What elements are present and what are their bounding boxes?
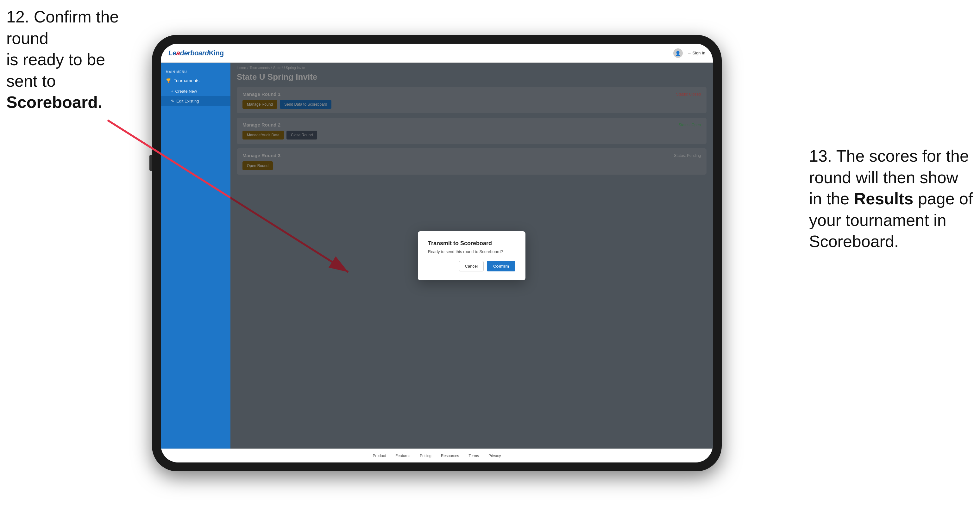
modal-cancel-button[interactable]: Cancel bbox=[459, 261, 484, 271]
annotation-bold: Scoreboard. bbox=[6, 93, 102, 111]
logo-area: LeaderboardKing bbox=[169, 49, 224, 57]
app-container: LeaderboardKing 👤 → Sign In MAIN MENU 🏆 … bbox=[161, 44, 713, 462]
tablet-device: LeaderboardKing 👤 → Sign In MAIN MENU 🏆 … bbox=[152, 35, 722, 471]
plus-icon: + bbox=[171, 89, 173, 94]
modal-overlay: Transmit to Scoreboard Ready to send thi… bbox=[231, 63, 713, 449]
content-area: Home / Tournaments / State U Spring Invi… bbox=[231, 63, 713, 449]
modal-confirm-button[interactable]: Confirm bbox=[487, 261, 515, 271]
modal-title: Transmit to Scoreboard bbox=[428, 240, 515, 247]
annotation-step: 12. bbox=[6, 8, 29, 26]
create-new-label: Create New bbox=[175, 89, 197, 94]
footer-link-features[interactable]: Features bbox=[395, 454, 410, 458]
footer-link-privacy[interactable]: Privacy bbox=[488, 454, 501, 458]
annotation-right: 13. The scores for the round will then s… bbox=[809, 146, 974, 252]
trophy-icon: 🏆 bbox=[166, 78, 171, 83]
footer-link-pricing[interactable]: Pricing bbox=[420, 454, 431, 458]
sidebar-item-tournaments[interactable]: 🏆 Tournaments bbox=[161, 75, 231, 86]
app-logo: LeaderboardKing bbox=[169, 49, 224, 57]
sidebar-item-label: Tournaments bbox=[174, 78, 199, 83]
annotation-top: 12. Confirm the round is ready to be sen… bbox=[6, 6, 139, 113]
annotation-right-step: 13. bbox=[809, 147, 832, 165]
edit-existing-label: Edit Existing bbox=[176, 99, 199, 103]
footer-link-terms[interactable]: Terms bbox=[468, 454, 479, 458]
footer-link-product[interactable]: Product bbox=[373, 454, 386, 458]
transmit-modal: Transmit to Scoreboard Ready to send thi… bbox=[418, 231, 525, 280]
sidebar-sub-item-create-new[interactable]: + Create New bbox=[161, 86, 231, 96]
modal-buttons: Cancel Confirm bbox=[428, 261, 515, 271]
sidebar-section-label: MAIN MENU bbox=[161, 68, 231, 75]
nav-right: 👤 → Sign In bbox=[673, 48, 705, 58]
tablet-side-button bbox=[150, 155, 152, 171]
footer-link-resources[interactable]: Resources bbox=[441, 454, 459, 458]
sidebar-sub-item-edit-existing[interactable]: ✎ Edit Existing bbox=[161, 96, 231, 106]
user-avatar-icon: 👤 bbox=[673, 48, 683, 58]
tablet-screen: LeaderboardKing 👤 → Sign In MAIN MENU 🏆 … bbox=[161, 44, 713, 462]
annotation-line2: is ready to be sent to bbox=[6, 50, 105, 90]
sidebar: MAIN MENU 🏆 Tournaments + Create New ✎ E… bbox=[161, 63, 231, 449]
edit-icon: ✎ bbox=[171, 99, 174, 103]
app-footer: Product Features Pricing Resources Terms… bbox=[161, 449, 713, 462]
sign-in-link[interactable]: → Sign In bbox=[687, 51, 705, 56]
modal-body: Ready to send this round to Scoreboard? bbox=[428, 249, 515, 254]
main-layout: MAIN MENU 🏆 Tournaments + Create New ✎ E… bbox=[161, 63, 713, 449]
annotation-right-bold: Results bbox=[854, 189, 913, 208]
top-nav: LeaderboardKing 👤 → Sign In bbox=[161, 44, 713, 63]
